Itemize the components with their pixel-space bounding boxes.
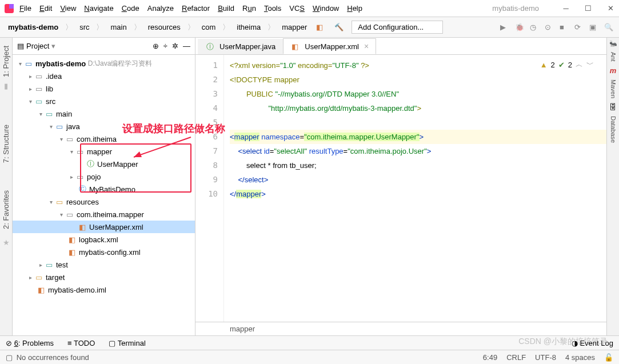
- tab-usermapper-java[interactable]: ⒾUserMapper.java: [198, 39, 283, 54]
- crumb-6[interactable]: mapper: [279, 22, 309, 33]
- profile-icon[interactable]: ⊙: [545, 23, 554, 32]
- run-config-select[interactable]: [352, 21, 443, 34]
- tree-mybatisdemo[interactable]: MyBatisDemo: [89, 185, 135, 194]
- settings-icon[interactable]: ✲: [172, 42, 178, 50]
- menu-run[interactable]: Run: [242, 4, 256, 13]
- menu-refactor[interactable]: Refactor: [182, 4, 210, 13]
- tree-usermapper-xml[interactable]: UserMapper.xml: [89, 223, 143, 231]
- tab-structure[interactable]: 7: Structure: [2, 125, 10, 163]
- tree-idea[interactable]: .idea: [46, 72, 62, 81]
- menu-file[interactable]: FFileile: [19, 4, 31, 13]
- crumb-5[interactable]: itheima: [234, 22, 263, 33]
- menu-analyze[interactable]: Analyze: [147, 4, 174, 13]
- terminal-tab[interactable]: ▢ Terminal: [109, 339, 146, 347]
- tab-database[interactable]: Database: [610, 116, 617, 143]
- editor-area: ⒾUserMapper.java ◧UserMapper.xml× ▲2 ✔2 …: [195, 38, 606, 335]
- tree-java[interactable]: java: [66, 122, 80, 131]
- menu-help[interactable]: Help: [347, 4, 362, 13]
- tab-usermapper-xml[interactable]: ◧UserMapper.xml×: [283, 38, 376, 54]
- stop-icon[interactable]: ■: [560, 23, 569, 32]
- ok-icon: ✔: [558, 61, 565, 69]
- encoding[interactable]: UTF-8: [535, 353, 556, 362]
- chevron-down-icon[interactable]: ﹀: [586, 59, 594, 70]
- project-tree[interactable]: ▾▭mybatis-demo D:\Java编程学习资料 ▸▭.idea ▸▭l…: [13, 55, 195, 335]
- interface-icon: Ⓘ: [86, 160, 95, 168]
- project-panel-title: Project: [26, 42, 49, 50]
- ok-count: 2: [568, 61, 572, 69]
- eventlog-tab[interactable]: ◑ Event Log: [572, 339, 613, 347]
- tree-target[interactable]: target: [46, 273, 65, 282]
- menu-code[interactable]: Code: [122, 4, 139, 13]
- tree-logback[interactable]: logback.xml: [79, 235, 118, 244]
- line-gutter: 12345678910: [195, 55, 224, 322]
- inspection-badges[interactable]: ▲2 ✔2 ︿ ﹀: [540, 59, 594, 70]
- warning-count: 2: [551, 61, 555, 69]
- tree-mapper[interactable]: mapper: [87, 147, 112, 156]
- menu-window[interactable]: Window: [313, 4, 339, 13]
- xml-file-icon: ◧: [67, 235, 77, 243]
- expand-icon[interactable]: ÷: [163, 42, 167, 50]
- tab-maven[interactable]: Maven: [610, 79, 617, 98]
- run-icon[interactable]: ▶: [500, 23, 509, 32]
- right-gutter: 🐜 Ant m Maven 🗄 Database: [606, 38, 619, 335]
- tree-root[interactable]: mybatis-demo: [35, 59, 86, 68]
- crumb-1[interactable]: src: [77, 22, 91, 33]
- hammer-icon[interactable]: 🔨: [332, 22, 346, 33]
- folder-icon: ▭: [55, 198, 64, 206]
- tree-res-pkg[interactable]: com.itheima.mapper: [77, 210, 144, 219]
- tree-pojo[interactable]: pojo: [87, 173, 101, 181]
- tree-resources[interactable]: resources: [66, 198, 99, 206]
- menu-navigate[interactable]: Navigate: [84, 4, 113, 13]
- tree-iml[interactable]: mybatis-demo.iml: [48, 286, 106, 294]
- iml-file-icon: ◧: [37, 286, 46, 294]
- tab-project[interactable]: 1: Project: [2, 46, 10, 77]
- focus-icon[interactable]: ⊕: [153, 42, 159, 50]
- tree-test[interactable]: test: [56, 261, 68, 269]
- status-bar: ▢ No occurrences found 6:49 CRLF UTF-8 4…: [0, 350, 619, 364]
- module-icon: ▭: [24, 59, 33, 67]
- close-icon[interactable]: ✕: [606, 5, 614, 13]
- update-icon[interactable]: ⟳: [574, 23, 584, 32]
- attach-icon[interactable]: ▣: [589, 23, 598, 32]
- menu-vcs[interactable]: VCS: [289, 4, 305, 13]
- xml-file-icon: ◧: [67, 248, 77, 256]
- hide-icon[interactable]: —: [183, 42, 190, 50]
- class-icon: Ⓒ: [78, 185, 87, 193]
- menu-tools[interactable]: Tools: [264, 4, 281, 13]
- xml-file-icon: ◧: [78, 223, 87, 231]
- indent[interactable]: 4 spaces: [565, 353, 595, 362]
- coverage-icon[interactable]: ◷: [530, 23, 539, 32]
- status-message: No occurrences found: [17, 353, 89, 362]
- chevron-up-icon[interactable]: ︿: [576, 59, 583, 70]
- minimize-icon[interactable]: ─: [562, 5, 570, 13]
- tree-src[interactable]: src: [46, 97, 55, 106]
- line-ending[interactable]: CRLF: [506, 353, 526, 362]
- tree-usermapper[interactable]: UserMapper: [97, 160, 138, 169]
- tree-mybatis-cfg[interactable]: mybatis-config.xml: [79, 248, 141, 257]
- code-editor[interactable]: <?xml version="1.0" encoding="UTF-8" ?> …: [224, 55, 606, 322]
- tab-close-icon[interactable]: ×: [364, 42, 369, 51]
- tab-favorites[interactable]: 2: Favorites: [2, 190, 10, 229]
- editor-breadcrumb[interactable]: mapper: [195, 322, 606, 335]
- crumb-3[interactable]: resources: [146, 22, 183, 33]
- menu-edit[interactable]: Edit: [39, 4, 52, 13]
- debug-icon[interactable]: 🐞: [515, 23, 524, 32]
- tree-pkg[interactable]: com.itheima: [77, 135, 117, 143]
- dropdown-icon[interactable]: ▾: [51, 42, 55, 50]
- caret-pos[interactable]: 6:49: [483, 353, 497, 362]
- crumb-2[interactable]: main: [108, 22, 129, 33]
- crumb-0[interactable]: mybatis-demo: [6, 22, 61, 33]
- crumb-4[interactable]: com: [199, 22, 218, 33]
- search-icon[interactable]: 🔍: [604, 23, 613, 32]
- tree-lib[interactable]: lib: [46, 85, 53, 93]
- menu-build[interactable]: Build: [218, 4, 234, 13]
- tree-main[interactable]: main: [56, 110, 72, 118]
- tab-ant[interactable]: Ant: [610, 52, 617, 62]
- menu-view[interactable]: View: [60, 4, 76, 13]
- todo-tab[interactable]: ≡ TODO: [67, 339, 95, 347]
- readonly-icon[interactable]: 🔓: [604, 353, 613, 362]
- maximize-icon[interactable]: ☐: [584, 5, 592, 13]
- tree-root-path: D:\Java编程学习资料: [88, 59, 153, 69]
- problems-tab[interactable]: ⊘ 6: 6: ProblemsProblems: [6, 339, 54, 347]
- folder-icon: ▭: [34, 72, 43, 80]
